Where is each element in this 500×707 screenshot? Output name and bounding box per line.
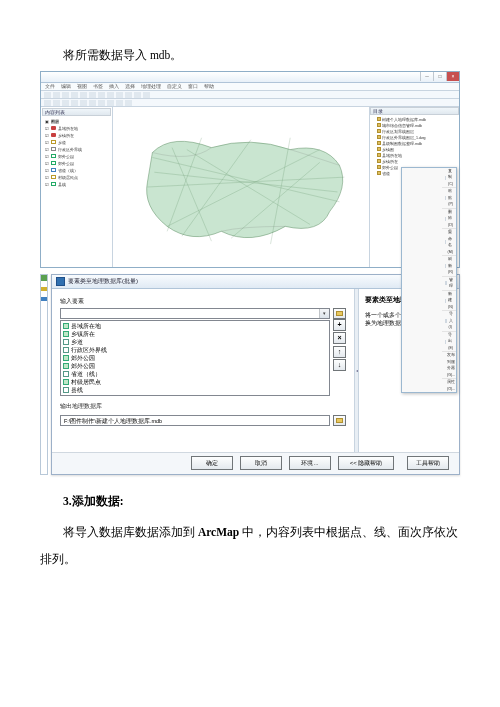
tool-help-button[interactable]: 工具帮助 [407, 456, 449, 470]
environments-button[interactable]: 环境... [289, 456, 331, 470]
add-button[interactable]: + [333, 319, 346, 331]
menu-item[interactable]: 选择 [125, 84, 135, 89]
layer-item[interactable]: ☑ 行政区外界线 [45, 146, 111, 153]
left-legend-strip [40, 274, 48, 475]
remove-button[interactable]: × [333, 332, 346, 344]
arcmap-word: ArcMap [198, 526, 239, 538]
menu-item[interactable]: 插入 [109, 84, 119, 89]
menu-item[interactable]: 文件 [45, 84, 55, 89]
menu-item[interactable]: 视图 [77, 84, 87, 89]
context-menu-item[interactable]: 管理 [442, 276, 456, 290]
feature-list-item[interactable]: 乡镇所在 [63, 330, 327, 338]
input-browse-button[interactable] [333, 308, 346, 319]
input-features-label: 输入要素 [60, 297, 346, 306]
layer-item[interactable]: ☑ 县域所在地 [45, 125, 111, 132]
context-menu-item[interactable]: 删除(D) [442, 208, 456, 229]
feature-list-item[interactable]: 郊外公园 [63, 354, 327, 362]
cancel-button[interactable]: 取消 [240, 456, 282, 470]
feature-list-item[interactable]: 县线 [63, 386, 327, 394]
table-of-contents-panel: 内容列表 ▣ 图层☑ 县域所在地☑ 乡镇所在☑ 乡道☑ 行政区外界线☑ 郊外公园… [41, 107, 113, 267]
menu-item[interactable]: 窗口 [188, 84, 198, 89]
menu-item[interactable]: 帮助 [204, 84, 214, 89]
context-menu-item[interactable]: 复制(C) [442, 168, 456, 188]
ok-button[interactable]: 确定 [191, 456, 233, 470]
close-button[interactable]: × [446, 72, 459, 81]
feature-list-item[interactable]: 乡道 [63, 338, 327, 346]
arcmap-toolbar-2 [41, 99, 459, 107]
catalog-panel: 目录 树建个人地理数据库.mdb城市综合信息管理.mdb行政区划界线图层行政区外… [369, 107, 459, 267]
folder-icon [336, 418, 343, 423]
context-menu-item[interactable]: 发布到服务器(G)... [442, 351, 456, 378]
hide-help-button[interactable]: << 隐藏帮助 [338, 456, 394, 470]
menu-item[interactable]: 自定义 [167, 84, 182, 89]
feature-list-item[interactable]: 省道（线） [63, 370, 327, 378]
output-gdb-field[interactable]: F:\图件制作\新建个人地理数据库.mdb [60, 415, 330, 426]
context-menu-item[interactable]: 导出(E) [442, 331, 456, 352]
menu-item[interactable]: 编辑 [61, 84, 71, 89]
feature-list-item[interactable]: 郊外公园 [63, 362, 327, 370]
dialog-title-text: 要素类至地理数据库(批量) [68, 277, 138, 286]
output-gdb-label: 输出地理数据库 [60, 402, 346, 411]
layer-item[interactable]: ☑ 省道（线） [45, 167, 111, 174]
input-features-list[interactable]: 县域所在地乡镇所在乡道行政区外界线郊外公园郊外公园省道（线）村级居民点县线 [60, 320, 330, 396]
move-down-button[interactable]: ↓ [333, 359, 346, 371]
list-side-buttons: +×↑↓ [333, 319, 346, 396]
toc-title: 内容列表 [42, 108, 111, 116]
layer-item[interactable]: ☑ 乡镇所在 [45, 132, 111, 139]
para-add-data: 将导入数据库数据添加到 ArcMap 中，内容列表中根据点、线、面次序依次排列。 [40, 519, 460, 574]
layer-item[interactable]: ☑ 乡道 [45, 139, 111, 146]
context-menu-item[interactable]: 新建(N) [442, 290, 456, 311]
catalog-title: 目录 [370, 107, 459, 115]
feature-list-item[interactable]: 县域所在地 [63, 322, 327, 330]
move-up-button[interactable]: ↑ [333, 346, 346, 358]
arcmap-toolbar [41, 91, 459, 99]
step-3-heading: 3.添加数据: [40, 491, 460, 513]
layer-list[interactable]: ▣ 图层☑ 县域所在地☑ 乡镇所在☑ 乡道☑ 行政区外界线☑ 郊外公园☑ 郊外公… [42, 116, 111, 188]
feature-class-to-gdb-dialog: 要素类至地理数据库(批量) ─ □ × 输入要素 ▾ 县域所在地乡镇所在乡道行政… [51, 274, 460, 475]
context-menu-item[interactable]: 导入(I) [442, 310, 456, 331]
window-titlebar: ─ □ × [41, 72, 459, 83]
dialog-titlebar: 要素类至地理数据库(批量) ─ □ × [52, 275, 459, 289]
max-button[interactable]: □ [433, 72, 446, 81]
context-menu-item[interactable]: 粘贴(P) [442, 187, 456, 208]
feature-list-item[interactable]: 行政区外界线 [63, 346, 327, 354]
menu-item[interactable]: 地理处理 [141, 84, 161, 89]
input-features-combo[interactable]: ▾ [60, 308, 330, 319]
para-import-mdb: 将所需数据导入 mdb。 [40, 45, 460, 67]
layer-item[interactable]: ☑ 郊外公园 [45, 160, 111, 167]
layer-item[interactable]: ☑ 郊外公园 [45, 153, 111, 160]
catalog-context-menu[interactable]: 复制(C)粘贴(P)删除(D)重命名(M)刷新(R)管理新建(N)导入(I)导出… [401, 167, 457, 394]
layer-item[interactable]: ☑ 县线 [45, 181, 111, 188]
context-menu-item[interactable]: 属性(O)... [442, 378, 456, 392]
menu-item[interactable]: 书签 [93, 84, 103, 89]
context-menu-item[interactable]: 重命名(M) [442, 228, 456, 255]
min-button[interactable]: ─ [420, 72, 433, 81]
output-browse-button[interactable] [333, 415, 346, 426]
dropdown-icon[interactable]: ▾ [319, 309, 329, 318]
layer-item[interactable]: ☑ 村级居民点 [45, 174, 111, 181]
tool-icon [56, 277, 65, 286]
arcmap-menubar: 文件编辑视图书签插入选择地理处理自定义窗口帮助 [41, 83, 459, 91]
context-menu-item[interactable]: 刷新(R) [442, 255, 456, 276]
feature-list-item[interactable]: 村级居民点 [63, 378, 327, 386]
folder-icon [336, 311, 343, 316]
map-canvas[interactable] [113, 107, 369, 267]
arcmap-screenshot: ─ □ × 文件编辑视图书签插入选择地理处理自定义窗口帮助 内容列表 ▣ 图层☑… [40, 71, 460, 268]
p2-part-a: 将导入数据库数据添加到 [63, 526, 198, 538]
